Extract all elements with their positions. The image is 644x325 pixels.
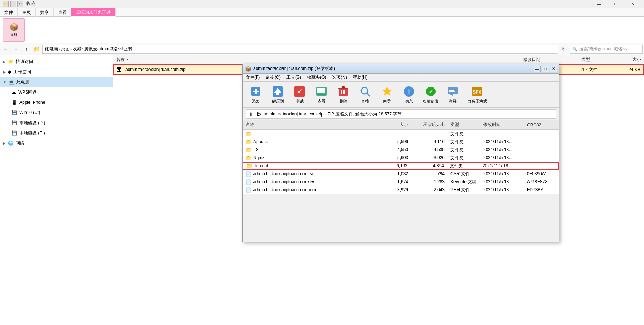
btn-sfx-label: 自解压格式 xyxy=(467,99,487,104)
tab-view[interactable]: 查看 xyxy=(54,8,71,17)
title-icon-1[interactable]: 📁 xyxy=(3,1,9,7)
winrar-cell-packed-5: 794 xyxy=(414,171,450,176)
winrar-menu-tools[interactable]: 工具(S) xyxy=(284,74,304,82)
winrar-btn-scan[interactable]: ✓ 扫描病毒 xyxy=(421,83,441,106)
svg-marker-19 xyxy=(382,86,392,96)
winrar-cell-size-4: 6,193 xyxy=(384,163,413,168)
winrar-row-4[interactable]: 📁Tomcat6,1934,894文件夹2021/11/5 18... xyxy=(243,162,559,170)
winrar-btn-test[interactable]: ✓ 测试 xyxy=(289,83,310,106)
back-button[interactable]: ← xyxy=(1,45,10,54)
winrar-title-icon: 📦 xyxy=(245,66,251,72)
winrar-cell-date-5: 2021/11/5 18... xyxy=(483,171,527,176)
winrar-menu-help[interactable]: 帮助(H) xyxy=(350,74,371,82)
winrar-row-1[interactable]: 📁Apache5,5964,116文件夹2021/11/5 18... xyxy=(243,138,559,146)
winrar-row-5[interactable]: 📄admin.taotaoxianjituan.com.csr1,032794C… xyxy=(243,170,559,178)
sidebar-item-locald[interactable]: 💾 本地磁盘 (D:) xyxy=(0,118,113,128)
winrar-close[interactable]: ✕ xyxy=(550,66,557,72)
refresh-button[interactable]: ↻ xyxy=(559,45,568,54)
sidebar-item-network[interactable]: ▶ 🌐 网络 xyxy=(0,138,113,148)
extract-label: 提取 xyxy=(10,32,17,37)
search-box[interactable]: 🔍 搜索'腾讯云admin域名ss xyxy=(570,45,643,54)
winrar-list: 📁..文件夹📁Apache5,5964,116文件夹2021/11/5 18..… xyxy=(243,130,559,194)
winrar-path-zip-icon: 🗜 xyxy=(256,111,261,117)
winrar-cell-packed-4: 4,894 xyxy=(413,163,450,168)
col-header-type[interactable]: 类型 xyxy=(578,56,615,63)
winrar-btn-info[interactable]: i 信息 xyxy=(399,83,419,106)
winrar-cell-type-6: Keynote 文稿 xyxy=(450,179,483,185)
address-path[interactable]: 此电脑 › 桌面 › 收藏 › 腾讯云admin域名ssl证书 xyxy=(42,45,558,54)
winrar-menu-options[interactable]: 选项(N) xyxy=(329,74,350,82)
sidebar-item-locale[interactable]: 💾 本地磁盘 (E:) xyxy=(0,128,113,138)
col-header-date[interactable]: 修改日期 xyxy=(520,56,578,63)
wizard-icon xyxy=(380,85,394,98)
sidebar-icon-wps: ☁ xyxy=(12,90,16,95)
sidebar-item-workspace[interactable]: ▶ ◆ 工作空间 xyxy=(0,67,113,77)
col-header-name[interactable]: 名称 ▲ xyxy=(113,56,520,63)
folder-icon-nav: 📁 xyxy=(32,45,41,54)
tab-share[interactable]: 共享 xyxy=(36,8,54,17)
svg-line-18 xyxy=(367,93,370,96)
path-part-ssl[interactable]: 腾讯云admin域名ssl证书 xyxy=(84,46,132,52)
winrar-menu-favorites[interactable]: 收藏夹(O) xyxy=(304,74,329,82)
path-part-pc[interactable]: 此电脑 xyxy=(45,46,58,52)
close-button[interactable]: ✕ xyxy=(625,0,641,8)
winrar-btn-delete[interactable]: 删除 xyxy=(333,83,354,106)
wc-col-crc[interactable]: CRC32 xyxy=(527,122,556,128)
winrar-cell-date-1: 2021/11/5 18... xyxy=(483,139,527,144)
tab-compress-tools[interactable]: 压缩的文件夹工具 xyxy=(71,8,116,17)
winrar-row-3[interactable]: 📁Nginx5,6033,926文件夹2021/11/5 18... xyxy=(243,154,559,162)
wc-col-size[interactable]: 大小 xyxy=(385,122,414,128)
winrar-btn-find[interactable]: 查找 xyxy=(355,83,375,106)
winrar-btn-add[interactable]: 添加 xyxy=(246,83,266,106)
folder-icon: 📁 xyxy=(246,147,252,153)
winrar-cell-name-1: 📁Apache xyxy=(246,139,385,145)
wc-col-name[interactable]: 名称 xyxy=(246,122,385,128)
winrar-cell-type-5: CSR 文件 xyxy=(450,171,483,177)
tab-file[interactable]: 文件 xyxy=(0,8,18,17)
extract-button[interactable]: 📦 提取 xyxy=(3,18,25,42)
sidebar-item-wps[interactable]: ☁ WPS网盘 xyxy=(0,87,113,97)
winrar-row-2[interactable]: 📁IIS4,5504,535文件夹2021/11/5 18... xyxy=(243,146,559,154)
winrar-btn-view[interactable]: 查看 xyxy=(311,83,332,106)
search-icon: 🔍 xyxy=(572,47,578,52)
winrar-maximize[interactable]: □ xyxy=(542,66,549,72)
title-icon-2[interactable]: □ xyxy=(10,1,16,7)
wc-col-packed[interactable]: 压缩后大小 xyxy=(414,122,450,128)
winrar-cell-type-0: 文件夹 xyxy=(450,131,483,137)
title-icon-3[interactable]: ↩ xyxy=(17,1,23,7)
winrar-row-0[interactable]: 📁..文件夹 xyxy=(243,130,559,138)
sidebar-item-quickaccess[interactable]: ▶ ⭐ 快速访问 xyxy=(0,56,113,67)
winrar-btn-extract[interactable]: 解压到 xyxy=(268,83,288,106)
forward-button[interactable]: → xyxy=(12,45,20,54)
winrar-row-6[interactable]: 📄admin.taotaoxianjituan.com.key1,6741,28… xyxy=(243,178,559,186)
path-part-desktop[interactable]: 桌面 xyxy=(61,46,70,52)
winrar-btn-comment[interactable]: 注释 xyxy=(442,83,463,106)
sidebar-item-iphone[interactable]: 📱 Apple iPhone xyxy=(0,97,113,107)
add-icon xyxy=(249,85,262,98)
maximize-button[interactable]: □ xyxy=(608,0,624,8)
winrar-toolbar: 添加 解压到 ✓ 测试 查看 删除 xyxy=(243,82,559,108)
col-header-size[interactable]: 大小 xyxy=(615,56,644,63)
svg-rect-15 xyxy=(343,90,344,94)
path-part-collect[interactable]: 收藏 xyxy=(73,46,81,52)
sidebar-item-win10c[interactable]: 💾 Win10 (C:) xyxy=(0,107,113,118)
tab-home[interactable]: 主页 xyxy=(18,8,36,17)
winrar-win-controls: — □ ✕ xyxy=(534,66,557,72)
sidebar-label-win10c: Win10 (C:) xyxy=(19,110,40,115)
sidebar-item-thispc[interactable]: ▼ 💻 此电脑 xyxy=(0,77,113,87)
winrar-cell-name-2: 📁IIS xyxy=(246,147,385,153)
winrar-btn-sfx[interactable]: SFX 自解压格式 xyxy=(464,83,490,106)
wc-col-date[interactable]: 修改时间 xyxy=(483,122,527,128)
winrar-minimize[interactable]: — xyxy=(534,66,541,72)
up-button[interactable]: ↑ xyxy=(22,45,31,54)
winrar-btn-wizard[interactable]: 向导 xyxy=(377,83,397,106)
svg-marker-28 xyxy=(450,94,453,96)
wc-col-type[interactable]: 类型 xyxy=(450,122,483,128)
minimize-button[interactable]: — xyxy=(590,0,607,8)
winrar-path-text: admin.taotaoxianjituan.com.zip - ZIP 压缩文… xyxy=(264,111,402,117)
winrar-menu-cmd[interactable]: 命令(C) xyxy=(263,74,284,82)
winrar-menu-file[interactable]: 文件(F) xyxy=(243,74,263,82)
winrar-cell-name-4: 📁Tomcat xyxy=(246,163,384,169)
winrar-back-icon[interactable]: ⬆ xyxy=(249,111,253,117)
winrar-row-7[interactable]: 📄admin.taotaoxianjituan.com.pem3,9292,64… xyxy=(243,186,559,194)
